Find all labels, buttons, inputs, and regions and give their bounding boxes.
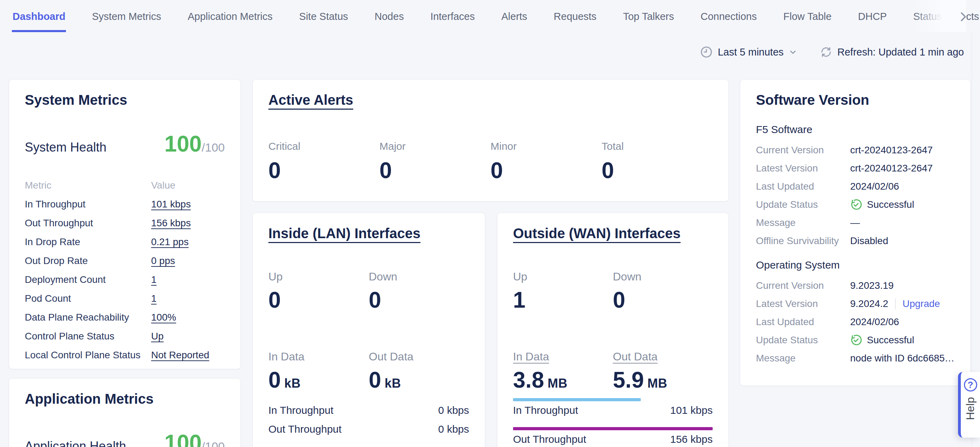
application-metrics-title: Application Metrics (25, 392, 225, 406)
lan-out-data-label: Out Data (369, 350, 469, 363)
lan-in-throughput-label: In Throughput (268, 404, 333, 416)
top-nav: Dashboard System Metrics Application Met… (0, 0, 980, 32)
tab-top-talkers[interactable]: Top Talkers (622, 2, 675, 32)
refresh-button[interactable]: Refresh: Updated 1 min ago (820, 46, 964, 58)
metric-value-link[interactable]: 156 kbps (151, 217, 191, 229)
application-health-value: 100 (164, 430, 202, 447)
tab-nodes[interactable]: Nodes (374, 2, 404, 32)
help-button[interactable]: ? Help (958, 372, 980, 437)
table-row: Control Plane Status Up (25, 327, 225, 346)
wan-out-data-value: 5.9MB (613, 369, 713, 391)
chevron-down-icon (788, 48, 797, 57)
table-row: Current Version 9.2023.19 (756, 276, 955, 295)
row-label: Latest Version (756, 163, 850, 174)
wan-updown: Up 1 Down 0 (513, 270, 713, 311)
lan-in-throughput-row: In Throughput 0 kbps (268, 401, 469, 420)
alert-total-value: 0 (602, 159, 713, 182)
table-row: Latest Version crt-20240123-2647 (756, 159, 955, 177)
lan-up-label: Up (268, 270, 369, 283)
lan-updown: Up 0 Down 0 (268, 270, 469, 311)
metric-value-link[interactable]: 0.21 pps (151, 236, 188, 247)
row-label: Last Updated (756, 181, 850, 192)
wan-out-throughput-bar (513, 427, 713, 430)
system-health-value: 100 (164, 131, 202, 156)
row-label: Current Version (756, 280, 850, 291)
tab-flow-table[interactable]: Flow Table (783, 2, 832, 32)
row-value: 2024/02/06 (850, 181, 899, 192)
tab-dashboard[interactable]: Dashboard (12, 2, 66, 32)
chevron-right-icon (956, 10, 970, 24)
wan-data: In Data 3.8MB Out Data 5.9MB (513, 350, 713, 391)
metric-label: Out Throughput (25, 217, 151, 229)
lan-data: In Data 0kB Out Data 0kB (268, 350, 469, 391)
wan-in-throughput-value: 101 kbps (670, 404, 713, 416)
refresh-icon (820, 46, 832, 58)
nav-scroll-right-button[interactable] (956, 9, 971, 24)
lan-in-data-number: 0 (268, 367, 281, 393)
lan-out-data-unit: kB (385, 376, 401, 390)
alert-counts: Critical 0 Major 0 Minor 0 Total 0 (268, 140, 713, 182)
alert-minor-value: 0 (491, 159, 602, 182)
tab-interfaces[interactable]: Interfaces (430, 2, 475, 32)
column-header-value: Value (151, 180, 225, 191)
row-value: 9.2023.19 (850, 280, 894, 291)
tab-dhcp[interactable]: DHCP (858, 2, 888, 32)
metric-value-link[interactable]: 1 (151, 274, 157, 285)
tab-connections[interactable]: Connections (700, 2, 757, 32)
wan-in-data-link[interactable]: In Data (513, 350, 613, 363)
wan-throughput: In Throughput 101 kbps Out Throughput 15… (513, 398, 713, 447)
table-row: Update Status Successful (756, 331, 955, 349)
metric-label: In Throughput (25, 199, 151, 210)
lan-up-value: 0 (268, 289, 369, 311)
metric-label: Data Plane Reachability (25, 312, 151, 323)
tab-requests[interactable]: Requests (553, 2, 598, 32)
row-label: Latest Version (756, 298, 850, 310)
tab-alerts[interactable]: Alerts (501, 2, 528, 32)
f5-software-heading: F5 Software (756, 124, 955, 136)
tab-system-metrics[interactable]: System Metrics (91, 2, 162, 32)
row-value: Disabled (850, 235, 888, 247)
metric-value-link[interactable]: 0 pps (151, 255, 175, 267)
wan-interfaces-title-link[interactable]: Outside (WAN) Interfaces (513, 226, 713, 240)
metric-label: Pod Count (25, 293, 151, 304)
lan-in-data-unit: kB (285, 376, 301, 390)
application-health-suffix: /100 (202, 440, 225, 447)
table-row: Message node with ID 6dc66856-1… (756, 349, 955, 367)
lan-interfaces-card: Inside (LAN) Interfaces Up 0 Down 0 In D… (252, 213, 485, 447)
time-range-selector[interactable]: Last 5 minutes (700, 45, 798, 59)
clock-icon (700, 45, 713, 59)
wan-interfaces-card: Outside (WAN) Interfaces Up 1 Down 0 In … (497, 213, 729, 447)
divider (895, 298, 896, 310)
update-success-icon (850, 334, 862, 346)
wan-out-throughput-row: Out Throughput 156 kbps (513, 430, 713, 447)
metric-value-link[interactable]: 101 kbps (151, 199, 191, 210)
metric-value-link[interactable]: 1 (151, 293, 157, 304)
upgrade-link[interactable]: Upgrade (902, 298, 940, 310)
table-row: In Throughput 101 kbps (25, 195, 225, 214)
active-alerts-card: Active Alerts Critical 0 Major 0 Minor 0… (252, 79, 729, 201)
active-alerts-title-link[interactable]: Active Alerts (268, 93, 713, 107)
wan-out-data-link[interactable]: Out Data (613, 350, 713, 363)
f5-software-rows: Current Version crt-20240123-2647 Latest… (756, 141, 955, 250)
row-value: crt-20240123-2647 (850, 163, 933, 174)
software-version-card: Software Version F5 Software Current Ver… (740, 79, 970, 386)
tab-site-status[interactable]: Site Status (298, 2, 348, 32)
system-metrics-title: System Metrics (25, 93, 225, 107)
alert-total: Total 0 (602, 140, 713, 182)
alert-minor: Minor 0 (491, 140, 602, 182)
row-label: Update Status (756, 335, 850, 346)
metric-value-link[interactable]: Up (151, 331, 164, 342)
table-row: In Drop Rate 0.21 pps (25, 233, 225, 251)
lan-down-label: Down (369, 270, 469, 283)
metric-label: In Drop Rate (25, 236, 151, 247)
metric-label: Control Plane Status (25, 331, 151, 342)
table-row: Data Plane Reachability 100% (25, 308, 225, 327)
wan-out-data-number: 5.9 (613, 367, 644, 393)
table-row: Latest Version 9.2024.2 Upgrade (756, 295, 955, 313)
lan-interfaces-title-link[interactable]: Inside (LAN) Interfaces (268, 226, 469, 240)
metric-label: Local Control Plane Status (25, 350, 151, 361)
wan-in-data-value: 3.8MB (513, 369, 613, 391)
metric-value-link[interactable]: 100% (151, 312, 176, 323)
metric-value-link[interactable]: Not Reported (151, 350, 209, 361)
tab-application-metrics[interactable]: Application Metrics (187, 2, 273, 32)
